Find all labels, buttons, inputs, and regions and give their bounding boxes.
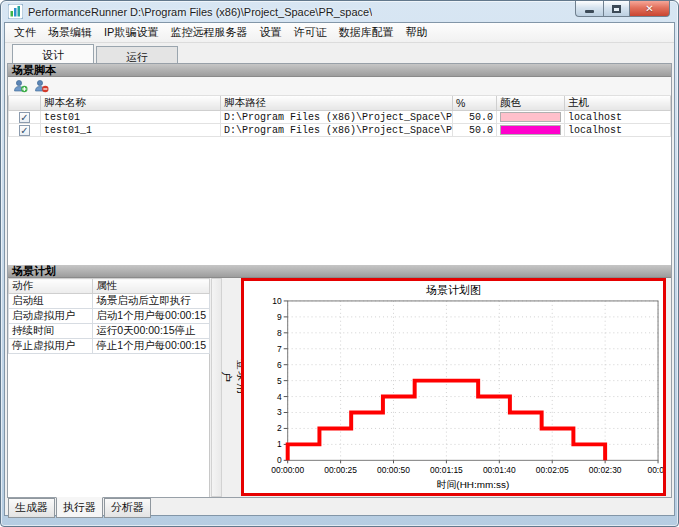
remove-user-icon (34, 79, 49, 93)
close-icon: ✕ (645, 3, 653, 14)
svg-text:7: 7 (277, 344, 282, 354)
svg-text:10: 10 (272, 296, 282, 306)
svg-text:6: 6 (277, 360, 282, 370)
script-name: test01 (41, 111, 221, 124)
script-percent: 50.0 (453, 111, 497, 124)
menu-database-config[interactable]: 数据库配置 (332, 23, 399, 42)
plan-property: 启动1个用户每00:00:15 (93, 309, 210, 324)
list-item[interactable]: 启动组 场景启动后立即执行 (9, 294, 210, 309)
client-area: 文件 场景编辑 IP欺骗设置 监控远程服务器 设置 许可证 数据库配置 帮助 设… (4, 22, 675, 516)
col-property: 属性 (93, 279, 210, 294)
menu-ip-spoof-settings[interactable]: IP欺骗设置 (98, 23, 164, 42)
script-host: localhost (565, 124, 671, 137)
col-percent: % (453, 96, 497, 111)
minimize-icon (585, 10, 594, 13)
plan-property: 场景启动后立即执行 (93, 294, 210, 309)
plan-table: 动作 属性 启动组 场景启动后立即执行 启动虚拟用户 启动1个用户每00:00:… (8, 278, 210, 354)
add-script-button[interactable] (12, 78, 29, 94)
close-button[interactable]: ✕ (630, 1, 670, 17)
list-item[interactable]: 启动虚拟用户 启动1个用户每00:00:15 (9, 309, 210, 324)
svg-text:00:00:00: 00:00:00 (271, 465, 304, 475)
plan-property: 停止1个用户每00:00:15 (93, 339, 210, 354)
script-toolbar (8, 77, 671, 96)
script-table-empty-area (8, 137, 671, 265)
col-host: 主机 (565, 96, 671, 111)
svg-text:1: 1 (277, 439, 282, 449)
svg-text:3: 3 (277, 407, 282, 417)
col-checkbox (9, 96, 41, 111)
plan-action: 持续时间 (9, 324, 93, 339)
app-window: PerformanceRunner D:\Program Files (x86)… (0, 0, 679, 527)
svg-text:00:01:40: 00:01:40 (483, 465, 516, 475)
tab-executor[interactable]: 执行器 (56, 497, 103, 518)
script-checkbox[interactable]: ✓ (19, 125, 30, 136)
maximize-button[interactable] (603, 1, 630, 17)
window-controls: ✕ (575, 1, 670, 17)
table-row[interactable]: ✓ test01 D:\Program Files (x86)\Project_… (9, 111, 671, 124)
script-table: 脚本名称 脚本路径 % 颜色 主机 ✓ test01 D:\Program Fi… (8, 96, 671, 137)
svg-text:00:01:15: 00:01:15 (430, 465, 463, 475)
script-section-header: 场景脚本 (8, 64, 671, 77)
svg-text:00:02:30: 00:02:30 (589, 465, 622, 475)
window-title: PerformanceRunner D:\Program Files (x86)… (28, 6, 372, 18)
plan-table-header-row: 动作 属性 (9, 279, 210, 294)
add-user-icon (13, 79, 28, 93)
chart-title: 场景计划图 (244, 281, 663, 295)
svg-text:4: 4 (277, 392, 282, 402)
remove-script-button[interactable] (33, 78, 50, 94)
script-path: D:\Program Files (x86)\Project_Space\PR_… (221, 124, 453, 137)
svg-text:8: 8 (277, 328, 282, 338)
menu-file[interactable]: 文件 (8, 23, 42, 42)
svg-text:00:00:25: 00:00:25 (324, 465, 357, 475)
table-row[interactable]: ✓ test01_1 D:\Program Files (x86)\Projec… (9, 124, 671, 137)
svg-text:00:02: 00:02 (647, 465, 663, 475)
bottom-tab-bar: 生成器 执行器 分析器 (5, 498, 674, 515)
menu-help[interactable]: 帮助 (399, 23, 433, 42)
menu-bar: 文件 场景编辑 IP欺骗设置 监控远程服务器 设置 许可证 数据库配置 帮助 (5, 23, 674, 43)
plan-action: 启动组 (9, 294, 93, 309)
menu-license[interactable]: 许可证 (287, 23, 332, 42)
col-action: 动作 (9, 279, 93, 294)
menu-monitor-remote-server[interactable]: 监控远程服务器 (164, 23, 253, 42)
svg-text:00:02:05: 00:02:05 (536, 465, 569, 475)
tab-design[interactable]: 设计 (12, 44, 94, 63)
script-checkbox[interactable]: ✓ (19, 112, 30, 123)
plan-action: 启动虚拟用户 (9, 309, 93, 324)
tab-run[interactable]: 运行 (96, 46, 178, 63)
svg-text:9: 9 (277, 312, 282, 322)
tab-analyzer[interactable]: 分析器 (104, 498, 151, 518)
svg-text:00:00:50: 00:00:50 (377, 465, 410, 475)
list-item[interactable]: 停止虚拟用户 停止1个用户每00:00:15 (9, 339, 210, 354)
svg-text:2: 2 (277, 423, 282, 433)
col-script-name: 脚本名称 (41, 96, 221, 111)
col-script-path: 脚本路径 (221, 96, 453, 111)
maximize-icon (612, 5, 621, 13)
design-panel: 场景脚本 (7, 63, 672, 498)
plan-area: 动作 属性 启动组 场景启动后立即执行 启动虚拟用户 启动1个用户每00:00:… (8, 278, 671, 497)
app-logo-icon (8, 4, 23, 19)
color-swatch[interactable] (500, 125, 561, 135)
plan-section-header: 场景计划 (8, 265, 671, 278)
list-item[interactable]: 持续时间 运行0天00:00:15停止 (9, 324, 210, 339)
script-name: test01_1 (41, 124, 221, 137)
plan-property: 运行0天00:00:15停止 (93, 324, 210, 339)
script-percent: 50.0 (453, 124, 497, 137)
menu-settings[interactable]: 设置 (253, 23, 287, 42)
plan-action: 停止虚拟用户 (9, 339, 93, 354)
script-table-header-row: 脚本名称 脚本路径 % 颜色 主机 (9, 96, 671, 111)
chart-annotation-box: 场景计划图 00:00:0000:00:2500:00:5000:01:1500… (241, 278, 666, 496)
title-bar[interactable]: PerformanceRunner D:\Program Files (x86)… (1, 1, 678, 22)
svg-text:5: 5 (277, 376, 282, 386)
menu-scenario-edit[interactable]: 场景编辑 (42, 23, 98, 42)
plan-chart-svg: 00:00:0000:00:2500:00:5000:01:1500:01:40… (244, 295, 663, 493)
script-host: localhost (565, 111, 671, 124)
col-color: 颜色 (497, 96, 565, 111)
color-swatch[interactable] (500, 112, 561, 122)
main-tab-bar: 设计 运行 (5, 43, 674, 63)
tab-generator[interactable]: 生成器 (8, 498, 55, 518)
svg-text:时间(HH:mm:ss): 时间(HH:mm:ss) (436, 479, 509, 490)
svg-text:0: 0 (277, 455, 282, 465)
script-path: D:\Program Files (x86)\Project_Space\PR_… (221, 111, 453, 124)
minimize-button[interactable] (575, 1, 603, 17)
